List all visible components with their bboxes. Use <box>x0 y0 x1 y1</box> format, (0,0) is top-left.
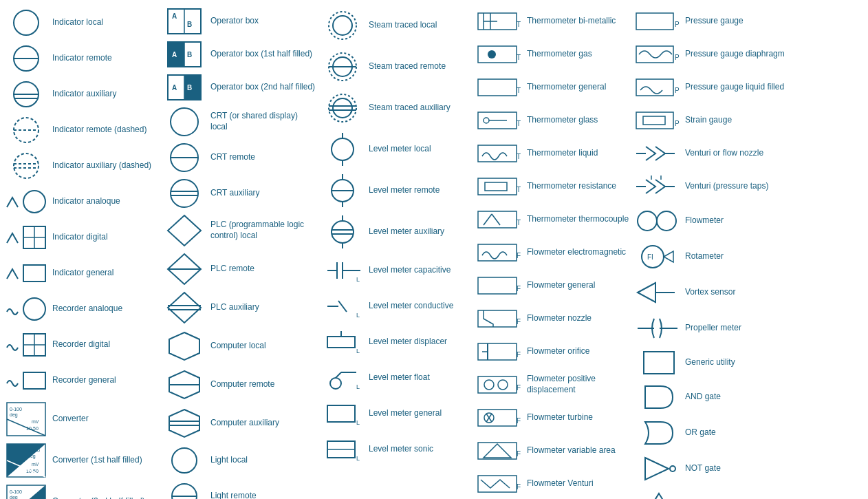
label-pressure-gauge-liquid: Pressure gauge liquid filled <box>685 82 791 93</box>
svg-text:0-100: 0-100 <box>10 489 22 494</box>
svg-point-58 <box>171 180 198 207</box>
label-steam-traced-auxiliary: Steam traced auxiliary <box>369 103 475 114</box>
svg-point-0 <box>14 10 39 35</box>
svg-text:B: B <box>187 84 192 92</box>
svg-text:T: T <box>517 21 521 28</box>
svg-text:T: T <box>517 219 521 226</box>
item-level-meter-auxiliary: Level meter auxiliary <box>319 212 477 252</box>
svg-rect-136 <box>478 211 517 228</box>
symbol-steam-traced-auxiliary <box>322 90 363 126</box>
svg-line-26 <box>7 419 45 436</box>
item-thermometer-bimetallic: T Thermometer bi-metallic <box>477 6 636 37</box>
svg-rect-108 <box>327 337 355 348</box>
symbol-flowmeter <box>638 206 680 236</box>
symbol-strain-gauge: P <box>638 107 680 134</box>
col2: A B Operator box A B Operator box (1st h… <box>161 6 319 499</box>
svg-point-179 <box>638 211 657 231</box>
item-venturi-pressure-taps: Venturi (pressure taps) <box>636 171 794 202</box>
item-level-meter-capacitive: L Level meter capacitive <box>319 253 477 288</box>
svg-marker-70 <box>169 410 199 437</box>
svg-marker-160 <box>484 444 511 458</box>
label-level-meter-float: Level meter float <box>369 372 475 383</box>
svg-rect-171 <box>643 116 665 125</box>
svg-text:B: B <box>187 21 192 28</box>
svg-text:A: A <box>172 51 177 59</box>
label-light-remote: Light remote <box>210 491 316 499</box>
symbol-steam-traced-local <box>322 8 363 43</box>
item-pressure-gauge: P Pressure gauge <box>636 6 794 37</box>
svg-rect-166 <box>636 46 673 63</box>
svg-text:mV: mV <box>32 462 39 467</box>
item-pressure-gauge-liquid: P Pressure gauge liquid filled <box>636 72 794 103</box>
symbol-flowmeter-turbine: F <box>480 404 521 432</box>
symbol-flowmeter-general: F <box>480 272 521 299</box>
label-indicator-auxiliary: Indicator auxiliary <box>52 89 158 100</box>
item-recorder-general: Recorder general <box>3 363 161 398</box>
item-flowmeter-venturi: F Flowmeter Venturi <box>477 468 636 499</box>
item-flowmeter-positive-displacement: F Flowmeter positive displacement <box>477 369 636 401</box>
item-propeller-meter: Propeller meter <box>636 311 794 346</box>
svg-text:deg: deg <box>10 412 18 418</box>
item-indicator-local: Indicator local <box>3 6 161 40</box>
label-plc-remote: PLC remote <box>210 264 316 275</box>
col5: P Pressure gauge P Pressure gauge diaphr… <box>636 6 794 499</box>
label-thermometer-glass: Thermometer glass <box>527 115 633 126</box>
svg-line-112 <box>336 372 341 378</box>
svg-text:L: L <box>356 348 360 354</box>
symbol-thermometer-gas: T <box>480 41 521 68</box>
svg-text:T: T <box>517 186 521 193</box>
col1: Indicator local Indicator remote Indicat… <box>3 6 161 499</box>
svg-marker-183 <box>664 251 673 262</box>
item-indicator-auxiliary-dashed: Indicator auxiliary (dashed) <box>3 149 161 183</box>
item-flowmeter-symbol: Flowmeter <box>636 204 794 238</box>
svg-text:A: A <box>172 12 177 20</box>
svg-point-16 <box>23 298 45 320</box>
label-crt-local: CRT (or shared display) local <box>210 111 316 132</box>
label-operator-box-2nd: Operator box (2nd half filled) <box>210 82 316 93</box>
label-flowmeter-orifice: Flowmeter orifice <box>527 346 633 357</box>
svg-text:F: F <box>517 384 521 392</box>
item-crt-auxiliary: CRT auxiliary <box>161 176 319 211</box>
label-computer-local: Computer local <box>210 341 316 352</box>
label-level-meter-conductive: Level meter conductive <box>369 301 475 312</box>
symbol-indicator-auxiliary <box>6 79 47 109</box>
symbol-flowmeter-venturi: F <box>480 470 521 498</box>
symbol-flowmeter-electromagnetic: F <box>480 239 521 266</box>
svg-point-128 <box>484 118 489 123</box>
symbol-indicator-digital <box>6 222 47 253</box>
label-converter-2nd: Converter (2nd half filled) <box>52 496 158 499</box>
label-level-meter-auxiliary: Level meter auxiliary <box>369 226 475 237</box>
symbol-or-gate <box>638 418 680 448</box>
symbol-recorder-digital <box>6 330 47 360</box>
symbol-flowmeter-positive-displacement: F <box>480 371 521 399</box>
main-grid: Indicator local Indicator remote Indicat… <box>0 0 868 499</box>
svg-point-80 <box>333 16 352 35</box>
item-converter: 0-100 deg mV 10-50 Converter <box>3 399 161 439</box>
item-indicator-general: Indicator general <box>3 256 161 290</box>
label-level-meter-displacer: Level meter displacer <box>369 337 475 348</box>
item-plc-auxiliary: PLC auxiliary <box>161 289 319 326</box>
symbol-thermometer-glass: T <box>480 107 521 134</box>
item-computer-remote: Computer remote <box>161 366 319 403</box>
label-indicator-remote-dashed: Indicator remote (dashed) <box>52 125 158 136</box>
svg-rect-142 <box>478 277 517 294</box>
label-converter: Converter <box>52 414 158 425</box>
symbol-flowmeter-orifice: F <box>480 338 521 365</box>
symbol-computer-auxiliary <box>164 407 205 440</box>
item-thermometer-general: T Thermometer general <box>477 72 636 103</box>
label-flowmeter-nozzle: Flowmeter nozzle <box>527 313 633 324</box>
symbol-level-meter-conductive: L <box>322 291 363 321</box>
svg-text:F: F <box>517 483 521 491</box>
symbol-converter: 0-100 deg mV 10-50 <box>6 401 47 437</box>
label-flowmeter-variable-area: Flowmeter variable area <box>527 445 633 456</box>
svg-text:B: B <box>187 51 192 59</box>
label-operator-box-1st: Operator box (1st half filled) <box>210 49 316 60</box>
label-flowmeter-general: Flowmeter general <box>527 280 633 291</box>
svg-rect-122 <box>478 46 517 63</box>
svg-text:P: P <box>675 120 680 127</box>
label-level-meter-remote: Level meter remote <box>369 185 475 196</box>
svg-text:L: L <box>356 276 360 283</box>
svg-text:mV: mV <box>32 419 39 424</box>
symbol-level-meter-sonic: L <box>322 434 363 465</box>
item-converter-2nd: 0-100 deg mV 10-50 Converter (2nd half f… <box>3 482 161 499</box>
